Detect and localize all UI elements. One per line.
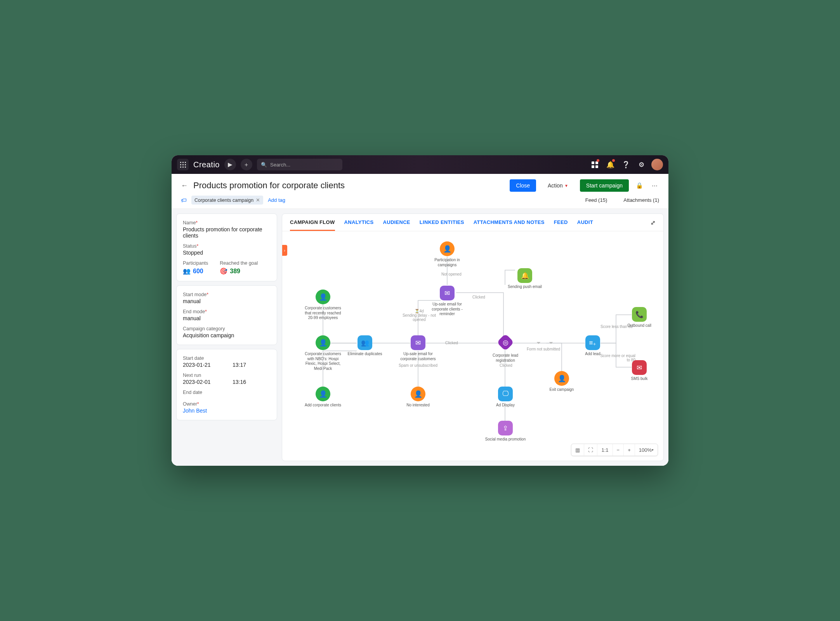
node-no-interested[interactable]: 👤 No interested [397, 387, 439, 408]
tag-chip[interactable]: Corporate clients campaign✕ [191, 196, 263, 205]
play-button[interactable]: ▶ [224, 159, 236, 170]
dedup-icon: 👥 [358, 335, 372, 350]
node-sms-bulk[interactable]: ✉ SMS bulk [618, 360, 661, 382]
node-add-corp[interactable]: 👤 Add corporate clients [302, 387, 344, 408]
gateway-icon: ◎ [496, 333, 514, 351]
svg-rect-11 [592, 165, 594, 168]
start-campaign-button[interactable]: Start campaign [580, 179, 629, 192]
node-nbo[interactable]: 👤 Corporate customers with NBO's: Hospi … [302, 335, 344, 371]
tab-attachments-notes[interactable]: ATTACHMENTS AND NOTES [474, 219, 545, 231]
people-icon: 👥 [183, 267, 191, 275]
start-mode-label: Start mode* [183, 292, 271, 297]
zoom-out-button[interactable]: − [613, 444, 624, 456]
grid-icon [180, 162, 186, 168]
svg-rect-0 [180, 162, 181, 163]
node-ad-display[interactable]: 🖵 Ad Display [484, 387, 527, 408]
status-label: Status* [183, 243, 271, 249]
map-icon: ▥ [575, 447, 580, 453]
user-avatar[interactable] [651, 159, 663, 170]
node-corp-recent[interactable]: 👤 Corporate customers that recently reac… [302, 290, 344, 321]
reached-label: Reached the goal [220, 260, 258, 266]
tab-linked-entities[interactable]: LINKED ENTITIES [420, 219, 464, 231]
chevron-down-icon: ▾ [652, 448, 654, 452]
minimap-button[interactable]: ▥ [571, 444, 584, 456]
notifications-button[interactable]: 🔔 [605, 159, 616, 170]
svg-rect-1 [182, 162, 184, 163]
edge-clicked-lead: Clicked [500, 363, 512, 368]
category-label: Campaign category [183, 326, 271, 331]
end-date-label: End date [183, 390, 271, 395]
tab-analytics[interactable]: ANALYTICS [344, 219, 374, 231]
node-push-email[interactable]: 🔔 Sending push email [503, 268, 546, 290]
audience-icon: 👤 [316, 335, 330, 350]
action-dropdown[interactable]: Action ▼ [541, 179, 574, 192]
tab-audit[interactable]: AUDIT [577, 219, 593, 231]
audience-icon: 👤 [440, 241, 455, 256]
add-button[interactable]: ＋ [241, 159, 252, 170]
target-icon: 🎯 [220, 267, 227, 275]
next-run-value[interactable]: 2023-02-01 [183, 379, 221, 385]
feed-link[interactable]: Feed (15) [585, 197, 607, 203]
tab-audience[interactable]: AUDIENCE [383, 219, 410, 231]
global-search[interactable]: 🔍 Search... [257, 159, 342, 170]
settings-button[interactable]: ⚙ [636, 159, 647, 170]
tiles-icon [592, 161, 598, 168]
zoom-level[interactable]: 100% ▾ [635, 444, 658, 456]
lock-icon[interactable]: 🔒 [634, 182, 645, 189]
search-icon: 🔍 [261, 162, 267, 168]
notification-dot [612, 159, 615, 162]
tag-icon: 🏷 [181, 197, 187, 203]
svg-rect-3 [180, 164, 181, 165]
remove-tag-icon[interactable]: ✕ [256, 197, 260, 203]
back-button[interactable]: ← [181, 182, 188, 190]
node-exit-campaign[interactable]: 👤 Exit campaign [540, 371, 583, 392]
edge-delay: ⏳4dSending delay - not opened [402, 309, 437, 322]
svg-rect-6 [180, 167, 181, 168]
sms-icon: ✉ [632, 360, 647, 375]
node-participation[interactable]: 👤 Participation in campaigns [426, 241, 469, 267]
fit-icon: ⛶ [588, 447, 593, 453]
audience-icon: 👤 [411, 387, 425, 401]
audience-icon: 👤 [316, 387, 330, 401]
zoom-reset-button[interactable]: 1:1 [597, 444, 613, 456]
help-button[interactable]: ❔ [620, 159, 631, 170]
start-time-value[interactable]: 13:17 [233, 362, 271, 368]
node-lead-registration[interactable]: ◎ Corporate lead registration [484, 336, 527, 363]
add-tag-link[interactable]: Add tag [268, 197, 285, 203]
start-date-value[interactable]: 2023-01-21 [183, 362, 221, 368]
svg-rect-4 [182, 164, 184, 165]
zoom-toolbar: ▥ ⛶ 1:1 − + 100% ▾ [571, 444, 658, 456]
exit-icon: 👤 [554, 371, 569, 386]
end-mode-value[interactable]: manual [183, 315, 271, 321]
status-value[interactable]: Stopped [183, 250, 271, 256]
dashboard-icon[interactable] [589, 159, 600, 170]
campaign-canvas[interactable]: 👤 Participation in campaigns Not opened … [282, 231, 663, 461]
more-menu[interactable]: ⋯ [650, 182, 659, 189]
name-value[interactable]: Products promotion for corporate clients [183, 226, 271, 239]
zoom-in-button[interactable]: + [624, 444, 635, 456]
node-social-promotion[interactable]: ⇪ Social media promotion [484, 421, 527, 442]
fullscreen-button[interactable]: ⤢ [651, 219, 656, 231]
participants-value: 👥600 [183, 267, 208, 275]
attachments-link[interactable]: Attachments (1) [623, 197, 659, 203]
node-eliminate-duplicates[interactable]: 👥 Eliminate duplicates [344, 335, 386, 357]
close-button[interactable]: Close [510, 179, 536, 192]
svg-rect-5 [185, 164, 186, 165]
app-launcher[interactable] [177, 159, 189, 170]
tab-campaign-flow[interactable]: CAMPAIGN FLOW [290, 219, 335, 231]
tab-feed[interactable]: FEED [554, 219, 568, 231]
node-outbound-call[interactable]: 📞 Outbound call [618, 307, 661, 328]
bell-icon: 🔔 [517, 268, 532, 283]
filter-icon[interactable]: ⏷ [536, 340, 541, 346]
category-value[interactable]: Acquisition campaign [183, 332, 271, 338]
name-label: Name* [183, 220, 271, 226]
start-mode-value[interactable]: manual [183, 298, 271, 304]
app-logo: Creatio [193, 160, 220, 169]
node-upsale-email[interactable]: ✉ Up-sale email for corporate customers [397, 335, 439, 361]
next-run-time[interactable]: 13:16 [233, 379, 271, 385]
owner-value[interactable]: John Best [183, 408, 271, 414]
filter-icon[interactable]: ⏷ [548, 340, 554, 346]
expand-sidebar-handle[interactable]: › [282, 245, 287, 256]
edge-clicked-upsale: Clicked [445, 341, 458, 345]
fit-screen-button[interactable]: ⛶ [584, 444, 597, 456]
